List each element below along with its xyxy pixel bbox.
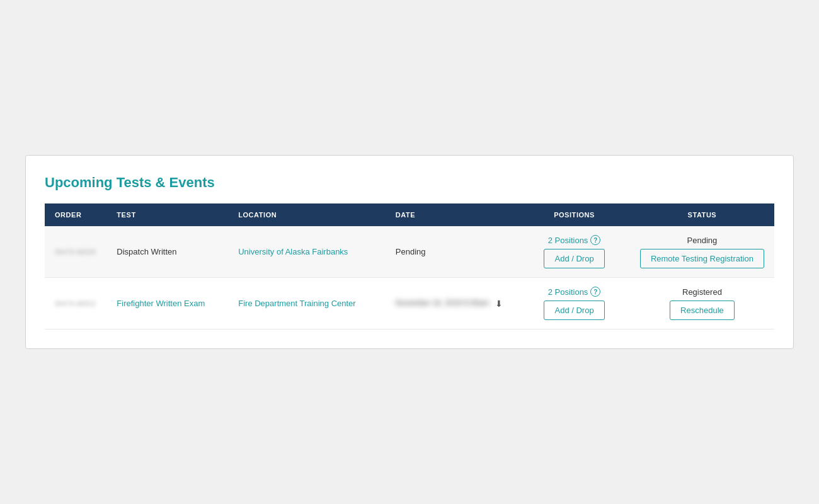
positions-cell: 2 Positions ? Add / Drop bbox=[518, 278, 630, 329]
status-cell: Pending Remote Testing Registration bbox=[630, 226, 774, 278]
positions-label: 2 Positions ? bbox=[529, 235, 620, 245]
reschedule-button[interactable]: Reschedule bbox=[670, 301, 735, 320]
date-value: Pending bbox=[396, 247, 426, 256]
order-id: 99479-98552 bbox=[55, 300, 96, 307]
status-text: Registered bbox=[640, 287, 764, 297]
upcoming-tests-table: ORDER TEST LOCATION DATE POSITIONS STATU… bbox=[45, 203, 774, 329]
order-id-cell: 99479-98599 bbox=[45, 226, 106, 278]
test-name-cell: Firefighter Written Exam bbox=[106, 278, 228, 329]
col-header-test: TEST bbox=[106, 203, 228, 226]
card-title: Upcoming Tests & Events bbox=[45, 175, 774, 191]
col-header-date: DATE bbox=[386, 203, 518, 226]
test-name-link[interactable]: Firefighter Written Exam bbox=[117, 299, 205, 308]
status-text: Pending bbox=[640, 236, 764, 245]
location-link[interactable]: Fire Department Training Center bbox=[238, 299, 355, 308]
order-id: 99479-98599 bbox=[55, 248, 96, 256]
col-header-location: LOCATION bbox=[228, 203, 386, 226]
order-id-cell: 99479-98552 bbox=[45, 278, 106, 329]
location-cell: Fire Department Training Center bbox=[228, 278, 386, 329]
positions-info-icon[interactable]: ? bbox=[590, 287, 600, 297]
col-header-order: ORDER bbox=[45, 203, 106, 226]
date-cell: Pending bbox=[386, 226, 518, 278]
date-value-blurred: November 16, 2019 8:30am bbox=[396, 299, 490, 307]
page-wrapper: Upcoming Tests & Events ORDER TEST LOCAT… bbox=[0, 0, 819, 504]
main-card: Upcoming Tests & Events ORDER TEST LOCAT… bbox=[25, 155, 794, 349]
download-icon[interactable]: ⬇ bbox=[495, 299, 503, 309]
table-body: 99479-98599 Dispatch Written University … bbox=[45, 226, 774, 329]
remote-testing-button[interactable]: Remote Testing Registration bbox=[640, 249, 764, 268]
positions-label: 2 Positions ? bbox=[529, 287, 620, 297]
location-link[interactable]: University of Alaska Fairbanks bbox=[238, 247, 348, 256]
test-name: Dispatch Written bbox=[117, 247, 176, 256]
col-header-positions: POSITIONS bbox=[518, 203, 630, 226]
location-cell: University of Alaska Fairbanks bbox=[228, 226, 386, 278]
table-header: ORDER TEST LOCATION DATE POSITIONS STATU… bbox=[45, 203, 774, 226]
test-name-cell: Dispatch Written bbox=[106, 226, 228, 278]
add-drop-button[interactable]: Add / Drop bbox=[544, 301, 604, 320]
positions-info-icon[interactable]: ? bbox=[590, 235, 600, 245]
add-drop-button[interactable]: Add / Drop bbox=[544, 249, 604, 268]
positions-count: 2 Positions bbox=[548, 287, 588, 297]
status-cell: Registered Reschedule bbox=[630, 278, 774, 329]
positions-count: 2 Positions bbox=[548, 236, 588, 245]
date-cell: November 16, 2019 8:30am ⬇ bbox=[386, 278, 518, 329]
table-row: 99479-98552 Firefighter Written Exam Fir… bbox=[45, 278, 774, 329]
col-header-status: STATUS bbox=[630, 203, 774, 226]
positions-cell: 2 Positions ? Add / Drop bbox=[518, 226, 630, 278]
table-row: 99479-98599 Dispatch Written University … bbox=[45, 226, 774, 278]
